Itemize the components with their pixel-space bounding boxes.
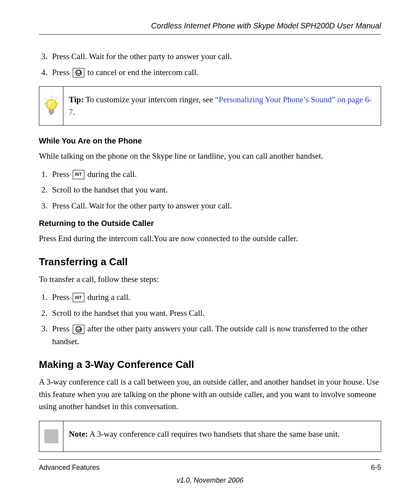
page-header: Cordless Internet Phone with Skype Model… (39, 21, 381, 35)
subheading-while-on-phone: While You Are on the Phone (39, 136, 381, 145)
continued-list: 3. Press Call. Wait for the other party … (39, 50, 381, 79)
list-item: 2. Scroll to the handset that you want. … (39, 307, 381, 320)
footer-version: v1.0, November 2006 (39, 476, 381, 485)
list-item: 1. Press INT during a call. (39, 291, 381, 304)
list-number: 1. (39, 291, 52, 304)
paragraph: While talking on the phone on the Skype … (39, 150, 381, 163)
tip-after: . (73, 107, 75, 117)
svg-point-5 (46, 100, 56, 110)
list-number: 3. (39, 200, 52, 212)
int-key-icon: INT (73, 293, 84, 302)
note-body: A 3-way conference call requires two han… (88, 429, 340, 439)
paragraph: Press End during the intercom call.You a… (39, 233, 381, 245)
list-text: Press to cancel or end the intercom call… (52, 66, 381, 79)
list-item: 3. Press Call. Wait for the other party … (39, 50, 381, 63)
list-number: 3. (39, 50, 52, 63)
tip-body: To customize your intercom ringer, see (84, 95, 215, 104)
heading-3way: Making a 3-Way Conference Call (39, 359, 381, 371)
list-number: 2. (39, 307, 52, 320)
footer-page-number: 6-5 (371, 464, 381, 472)
list-text: Press INT during the call. (52, 168, 381, 181)
text-pre: Press (52, 324, 72, 333)
ordered-list: 1. Press INT during the call. 2. Scroll … (39, 168, 381, 212)
svg-rect-10 (50, 113, 52, 115)
list-text: Scroll to the handset that you want. (52, 184, 381, 196)
list-item: 2. Scroll to the handset that you want. (39, 184, 381, 196)
int-key-label: INT (75, 172, 82, 178)
list-item: 4. Press to cancel or end the intercom c… (39, 66, 381, 79)
svg-line-1 (45, 98, 47, 100)
int-key-label: INT (75, 295, 82, 301)
list-text: Scroll to the handset that you want. Pre… (52, 307, 381, 320)
list-number: 3. (39, 322, 52, 348)
list-number: 4. (39, 66, 52, 79)
tip-callout: Tip: To customize your intercom ringer, … (39, 86, 381, 126)
list-item: 1. Press INT during the call. (39, 168, 381, 181)
tip-text: Tip: To customize your intercom ringer, … (63, 87, 381, 125)
list-item: 3. Press Call. Wait for the other party … (39, 200, 381, 212)
note-label: Note: (69, 429, 88, 439)
list-text: Press after the other party answers your… (52, 322, 381, 348)
text-post: after the other party answers your call.… (52, 324, 368, 346)
end-call-key-icon (73, 68, 84, 77)
svg-point-6 (48, 101, 51, 105)
text-pre: Press (52, 292, 72, 302)
svg-rect-7 (49, 109, 54, 113)
end-call-key-icon (73, 325, 84, 334)
heading-transferring: Transferring a Call (39, 256, 381, 268)
int-key-icon: INT (73, 170, 84, 179)
note-text: Note: A 3-way conference call requires t… (63, 421, 381, 452)
tip-label: Tip: (69, 95, 84, 104)
list-text: Press Call. Wait for the other party to … (52, 200, 381, 212)
paragraph: A 3-way conference call is a call betwee… (39, 376, 381, 413)
text-post: during the call. (86, 170, 137, 179)
ordered-list: 1. Press INT during a call. 2. Scroll to… (39, 291, 381, 348)
list-text: Press Call. Wait for the other party to … (52, 50, 381, 63)
footer-section: Advanced Features (39, 464, 100, 472)
list-text: Press INT during a call. (52, 291, 381, 304)
lightbulb-icon (39, 87, 63, 125)
list-item: 3. Press after the other party answers y… (39, 322, 381, 348)
text-pre: Press (52, 68, 72, 77)
text-post: during a call. (86, 292, 130, 302)
page-footer: Advanced Features 6-5 v1.0, November 200… (39, 459, 381, 485)
subheading-returning: Returning to the Outside Caller (39, 219, 381, 228)
note-icon (39, 421, 63, 452)
text-pre: Press (52, 170, 72, 179)
svg-line-2 (55, 98, 58, 100)
list-number: 2. (39, 184, 52, 196)
paragraph: To transfer a call, follow these steps: (39, 273, 381, 286)
text-post: to cancel or end the intercom call. (86, 68, 198, 77)
list-number: 1. (39, 168, 52, 181)
note-callout: Note: A 3-way conference call requires t… (39, 421, 381, 452)
